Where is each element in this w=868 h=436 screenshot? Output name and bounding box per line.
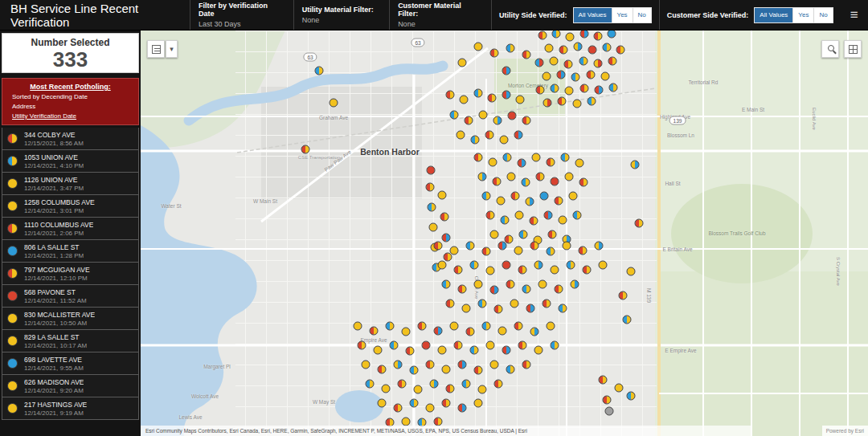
map-pie-marker[interactable] — [565, 173, 574, 181]
list-item[interactable]: 829 LA SALLE ST12/14/2021, 10:17 AM — [2, 329, 139, 352]
map-pie-marker[interactable] — [506, 365, 515, 374]
map-pie-marker[interactable] — [594, 32, 603, 41]
map-pie-marker[interactable] — [552, 31, 561, 39]
map-pie-marker[interactable] — [511, 192, 520, 201]
map-pie-marker[interactable] — [429, 223, 438, 232]
filter-utility-material[interactable]: Utility Material Filter: None — [293, 0, 389, 30]
map-pie-marker[interactable] — [474, 399, 483, 408]
map-pie-marker[interactable] — [438, 191, 447, 200]
map-pie-marker[interactable] — [460, 96, 469, 104]
map-pie-marker[interactable] — [490, 286, 499, 295]
map-pie-marker[interactable] — [516, 96, 525, 104]
map-pie-marker[interactable] — [474, 280, 483, 289]
toggle-option-no[interactable]: No — [814, 8, 832, 22]
map-pie-marker[interactable] — [563, 242, 571, 251]
map-pie-marker[interactable] — [458, 404, 467, 413]
map-pie-marker[interactable] — [426, 183, 435, 192]
list-item[interactable]: 344 COLBY AVE12/15/2021, 8:56 AM — [2, 128, 139, 150]
map-pie-marker[interactable] — [490, 361, 499, 369]
map-pie-marker[interactable] — [559, 216, 567, 225]
map-pie-marker[interactable] — [394, 361, 403, 369]
toggle-option-all-values[interactable]: All Values — [755, 8, 793, 22]
map-pie-marker[interactable] — [608, 57, 617, 66]
map-pie-marker[interactable] — [526, 304, 535, 313]
map-pie-marker[interactable] — [378, 399, 387, 408]
map-pie-marker[interactable] — [619, 291, 628, 300]
map-pie-marker[interactable] — [559, 304, 567, 313]
map-pie-marker[interactable] — [442, 365, 451, 374]
map-pie-marker[interactable] — [559, 46, 568, 55]
map-pie-marker[interactable] — [587, 71, 596, 79]
map-pie-marker[interactable] — [450, 247, 459, 255]
map-pie-marker[interactable] — [536, 86, 545, 95]
map-pie-marker[interactable] — [510, 299, 519, 308]
map-pie-marker[interactable] — [503, 153, 512, 162]
map-pie-marker[interactable] — [551, 177, 559, 186]
map-pie-marker[interactable] — [542, 72, 551, 81]
map-pie-marker[interactable] — [535, 59, 544, 67]
map-pie-marker[interactable] — [522, 178, 530, 187]
map-pie-marker[interactable] — [599, 376, 608, 385]
map-pie-marker[interactable] — [446, 385, 455, 393]
toggle-option-no[interactable]: No — [633, 8, 651, 22]
layer-list-dropdown-button[interactable]: ▾ — [166, 40, 178, 58]
map-pie-marker[interactable] — [366, 380, 375, 389]
map-pie-marker[interactable] — [555, 197, 563, 206]
map-pie-marker[interactable] — [627, 267, 636, 276]
map-pie-marker[interactable] — [522, 51, 531, 59]
map-pie-marker[interactable] — [471, 136, 480, 145]
list-item[interactable]: 797 MCGUIGAN AVE12/14/2021, 12:10 PM — [2, 262, 139, 285]
map-pie-marker[interactable] — [454, 266, 463, 275]
map-pie-marker[interactable] — [474, 43, 483, 51]
map-pie-marker[interactable] — [470, 346, 479, 355]
map-pie-marker[interactable] — [442, 280, 451, 289]
map-pie-marker[interactable] — [478, 173, 487, 181]
map-pie-marker[interactable] — [502, 91, 511, 100]
map-pie-marker[interactable] — [440, 213, 449, 222]
map-pie-marker[interactable] — [486, 267, 495, 275]
map-pie-marker[interactable] — [518, 266, 527, 275]
map-pie-marker[interactable] — [370, 327, 379, 336]
map-pie-marker[interactable] — [330, 99, 338, 108]
map-pie-marker[interactable] — [501, 216, 510, 225]
map-pie-marker[interactable] — [545, 44, 554, 53]
map-pie-marker[interactable] — [627, 392, 636, 401]
map-pie-marker[interactable] — [470, 261, 479, 270]
map-pie-marker[interactable] — [498, 327, 507, 336]
map-pie-marker[interactable] — [358, 341, 366, 350]
map-pie-marker[interactable] — [490, 230, 499, 239]
map-pie-marker[interactable] — [502, 261, 511, 270]
map-pie-marker[interactable] — [486, 211, 495, 220]
map-pie-marker[interactable] — [497, 197, 506, 206]
map-pie-marker[interactable] — [530, 217, 538, 226]
map-pie-marker[interactable] — [547, 322, 555, 331]
map-pie-marker[interactable] — [595, 86, 604, 95]
map-pie-marker[interactable] — [450, 111, 459, 120]
map-pie-marker[interactable] — [566, 33, 575, 42]
map-pie-marker[interactable] — [571, 280, 579, 289]
map-pie-marker[interactable] — [493, 116, 502, 125]
map-pie-marker[interactable] — [494, 380, 503, 389]
map-pie-marker[interactable] — [536, 173, 545, 181]
map-pie-marker[interactable] — [382, 385, 391, 393]
potholing-list[interactable]: 344 COLBY AVE12/15/2021, 8:56 AM1053 UNI… — [2, 128, 139, 436]
map-pie-marker[interactable] — [605, 407, 614, 416]
map-pie-marker[interactable] — [522, 116, 531, 125]
map-pie-marker[interactable] — [438, 346, 447, 355]
map-pie-marker[interactable] — [478, 385, 487, 394]
map-pie-marker[interactable] — [557, 71, 566, 79]
map-pie-marker[interactable] — [532, 153, 541, 162]
map-pie-marker[interactable] — [506, 280, 515, 289]
filter-verification-date-value[interactable]: Last 30 Days — [199, 20, 285, 28]
map-pie-marker[interactable] — [474, 366, 483, 375]
filter-utility-material-value[interactable]: None — [302, 16, 381, 24]
map-pie-marker[interactable] — [498, 242, 507, 251]
map-pie-marker[interactable] — [482, 247, 491, 256]
map-pie-marker[interactable] — [426, 404, 435, 413]
map-pie-marker[interactable] — [402, 418, 411, 426]
list-item[interactable]: 698 LAVETTE AVE12/14/2021, 9:55 AM — [2, 352, 139, 375]
map-canvas[interactable]: Benton HarborMorton CemeteryHighland Ave… — [141, 31, 868, 436]
map-pie-marker[interactable] — [479, 111, 488, 120]
map-pie-marker[interactable] — [547, 158, 555, 167]
map-pie-marker[interactable] — [530, 328, 539, 336]
